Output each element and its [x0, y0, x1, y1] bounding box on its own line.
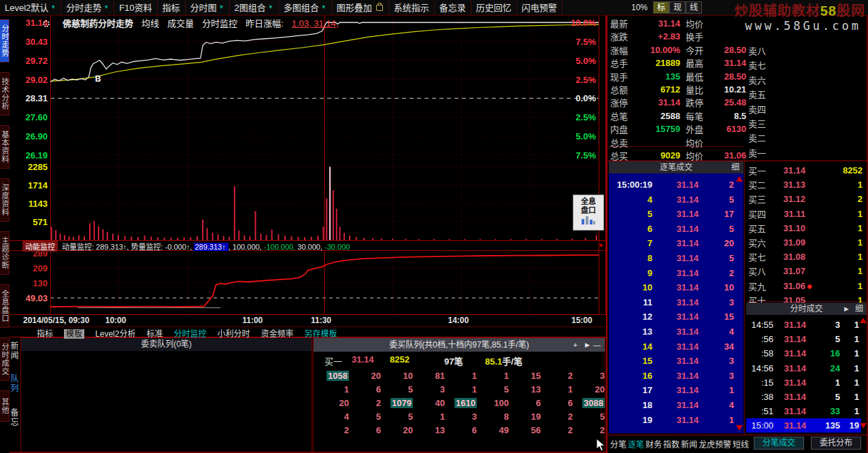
- zoom-level[interactable]: 10%: [631, 3, 648, 12]
- sell-level-5[interactable]: 卖三: [748, 116, 864, 131]
- sell-level-6[interactable]: 卖二: [748, 131, 864, 145]
- buy-level-0[interactable]: 买一31.148252: [748, 163, 864, 178]
- tick-row-12[interactable]: 1531.143: [609, 354, 737, 368]
- minute-detail-toggle[interactable]: 细: [855, 303, 863, 315]
- sidebar-item-2[interactable]: 基本资料: [0, 125, 10, 169]
- tick-row-9[interactable]: 1231.1415: [609, 309, 737, 324]
- mini-sidebar-item-2[interactable]: 备忘: [10, 408, 20, 427]
- menubar-toggle-标[interactable]: 标: [653, 1, 669, 14]
- tab-6[interactable]: 资金频率: [261, 329, 293, 339]
- buy-level-7[interactable]: 买八31.071: [748, 264, 864, 278]
- tick-trade-list[interactable]: 15:00:1931.142431.145531.1417631.145731.…: [609, 173, 744, 433]
- tab-tick-trades[interactable]: 分笔成交: [754, 437, 804, 450]
- sell-level-0[interactable]: 卖八: [748, 44, 864, 58]
- sidebar-item-0[interactable]: 分时走势: [0, 19, 10, 63]
- sell-level-2[interactable]: 卖六: [748, 73, 864, 87]
- tick-row-7[interactable]: 1031.1410: [609, 280, 737, 295]
- minute-row-7[interactable]: 15:0031.1413519: [746, 418, 861, 433]
- indicator-vol[interactable]: 成交量: [167, 18, 194, 29]
- tick-row-15[interactable]: 1831.144: [609, 398, 737, 412]
- bottom-tab-5[interactable]: 龙虎预警: [699, 440, 731, 450]
- tick-row-16[interactable]: 1931.141: [609, 413, 737, 427]
- menu-item-1[interactable]: 分时走势▼: [61, 0, 114, 15]
- tick-row-4[interactable]: 731.1420: [609, 236, 737, 250]
- menu-item-6[interactable]: 多图组合▼: [279, 0, 332, 15]
- bottom-tab-2[interactable]: 财务: [646, 440, 662, 450]
- buy-level-4[interactable]: 买五31.101: [748, 221, 864, 235]
- scroll-up-icon[interactable]: [860, 318, 867, 323]
- buy-level-5[interactable]: 买六31.091: [748, 235, 864, 250]
- holo-quote-button[interactable]: 全息 盘口: [573, 195, 604, 231]
- bottom-tab-3[interactable]: 指数: [663, 440, 680, 450]
- tab-3[interactable]: 标准: [146, 329, 163, 339]
- tick-row-3[interactable]: 631.145: [609, 222, 737, 236]
- indicator-ma[interactable]: 均线: [141, 18, 159, 29]
- menu-item-2[interactable]: F10资料: [114, 0, 157, 15]
- intraday-chart[interactable]: 31.1430.4329.7229.0228.3127.6026.9026.19…: [10, 15, 606, 326]
- sell-level-3[interactable]: 卖五: [748, 87, 864, 101]
- minute-row-0[interactable]: 14:5531.1431: [746, 318, 861, 332]
- sell-level-1[interactable]: 卖七: [748, 58, 864, 72]
- indicator-monitor[interactable]: 分时监控: [202, 18, 237, 29]
- strip-collapse-icon[interactable]: ▼: [598, 242, 604, 249]
- bottom-tab-0[interactable]: 分笔: [610, 440, 627, 450]
- tick-row-14[interactable]: 1731.141: [609, 383, 737, 397]
- bottom-tab-4[interactable]: 新闻: [681, 440, 697, 450]
- sidebar-item-4[interactable]: 主题诊断: [0, 231, 10, 275]
- momentum-tab[interactable]: 动能监控: [22, 241, 58, 252]
- sell-level-4[interactable]: 卖四: [748, 102, 864, 116]
- minute-row-4[interactable]: :1531.1411: [746, 375, 861, 390]
- tick-row-0[interactable]: 15:00:1931.142: [609, 178, 737, 192]
- minute-row-2[interactable]: :5831.14161: [746, 346, 861, 360]
- bottom-tab-1[interactable]: 逐笔: [628, 440, 644, 450]
- minute-row-3[interactable]: 14:5631.14241: [746, 361, 861, 375]
- buy-level-2[interactable]: 买三31.122: [748, 192, 864, 206]
- sidebar-item-3[interactable]: 深度资料: [0, 178, 10, 222]
- menu-item-5[interactable]: 2图组合▼: [230, 0, 279, 15]
- tab-order-distribution[interactable]: 委托分布: [811, 437, 861, 450]
- tick-row-11[interactable]: 1431.1434: [609, 339, 737, 354]
- buy-level-3[interactable]: 买四31.111: [748, 207, 864, 221]
- menu-item-4[interactable]: 分时图▼: [186, 0, 230, 15]
- sidebar-item-5[interactable]: 全息盘口: [0, 284, 10, 328]
- tab-1[interactable]: 模板: [64, 329, 84, 339]
- play-icon[interactable]: ▶: [585, 338, 590, 352]
- buy-level-6[interactable]: 买七31.081: [748, 250, 864, 264]
- mini-sidebar-item-1[interactable]: 队列: [10, 374, 20, 393]
- buy-level-8[interactable]: 买九31.06◆1: [748, 279, 864, 293]
- tab-7[interactable]: 另存模板: [304, 329, 337, 339]
- menubar-toggle-现[interactable]: 现: [669, 1, 686, 14]
- minimize-icon[interactable]: —: [593, 338, 601, 352]
- tab-0[interactable]: 指标: [37, 329, 53, 339]
- tick-row-6[interactable]: 931.142: [609, 266, 737, 280]
- mini-sidebar-item-0[interactable]: 新闻: [10, 341, 20, 360]
- sidebar-item-1[interactable]: 技术分析: [0, 72, 10, 116]
- play-icon[interactable]: ▶: [844, 303, 849, 315]
- tick-detail-toggle[interactable]: 细: [731, 161, 739, 173]
- minute-row-5[interactable]: :3831.1451: [746, 390, 861, 404]
- menu-item-7[interactable]: 图形叠加: [332, 0, 389, 15]
- menu-item-9[interactable]: 备忘录: [435, 0, 471, 15]
- tick-row-10[interactable]: 1331.144: [609, 324, 737, 339]
- tab-5[interactable]: 小利分时: [217, 329, 250, 339]
- menu-item-11[interactable]: 闪电预警: [517, 0, 563, 15]
- minute-row-1[interactable]: :5631.1451: [746, 332, 861, 346]
- bottom-tab-6[interactable]: 短线: [733, 440, 749, 450]
- menubar-toggle-线[interactable]: 线: [686, 1, 702, 14]
- menu-item-8[interactable]: 系统指示: [389, 0, 435, 15]
- scroll-down-icon[interactable]: [860, 423, 867, 429]
- tick-row-5[interactable]: 831.145: [609, 251, 737, 265]
- tick-row-13[interactable]: 1631.143: [609, 369, 737, 383]
- minute-trade-list[interactable]: 14:5531.1431:5631.1451:5831.1416114:5631…: [746, 315, 867, 433]
- menu-item-0[interactable]: Level2默认▼: [0, 0, 61, 15]
- tick-row-2[interactable]: 531.1417: [609, 207, 737, 221]
- tab-2[interactable]: Level2分析: [95, 329, 135, 339]
- expand-icon[interactable]: +: [573, 338, 578, 352]
- tick-row-8[interactable]: 1131.143: [609, 295, 737, 309]
- sell-level-7[interactable]: 卖一: [748, 146, 864, 160]
- scroll-up-icon[interactable]: [736, 176, 743, 182]
- minute-row-6[interactable]: :5131.14331: [746, 404, 861, 418]
- buy-level-1[interactable]: 买二31.131: [748, 178, 864, 192]
- scroll-down-icon[interactable]: [736, 425, 743, 431]
- menu-item-3[interactable]: 指标: [158, 0, 186, 15]
